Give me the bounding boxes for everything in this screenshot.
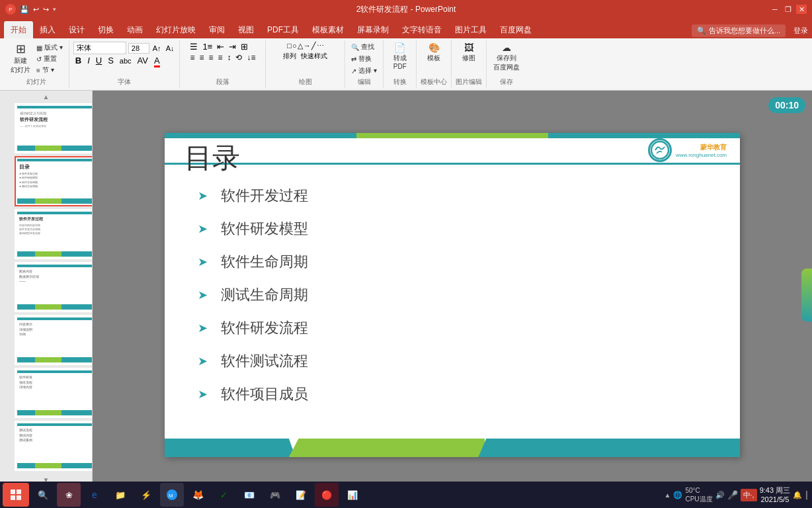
tab-templates[interactable]: 模板素材 bbox=[305, 21, 350, 38]
replace-button[interactable]: ⇄ 替换 bbox=[349, 54, 374, 64]
sound-icon[interactable]: 🔊 bbox=[715, 491, 725, 499]
section-button[interactable]: ≡ 节 ▾ bbox=[34, 65, 65, 75]
layout-button[interactable]: ▦ 版式 ▾ bbox=[34, 42, 65, 53]
tab-slideshow[interactable]: 幻灯片放映 bbox=[149, 21, 202, 38]
minimize-button[interactable]: ─ bbox=[770, 5, 780, 14]
shape-triangle[interactable]: △ bbox=[298, 42, 303, 50]
quick-redo[interactable]: ↪ bbox=[43, 5, 49, 14]
reset-button[interactable]: ↺ 重置 bbox=[34, 54, 65, 64]
text-direction-button[interactable]: ⟲ bbox=[234, 53, 243, 62]
decrease-indent-button[interactable]: ⇤ bbox=[216, 42, 225, 52]
quick-styles-button[interactable]: 快速样式 bbox=[300, 52, 329, 61]
taskbar-app6[interactable]: 🔴 bbox=[315, 483, 339, 507]
taskbar-app3[interactable]: 📧 bbox=[237, 483, 261, 507]
notifications-btn[interactable]: 🔔 bbox=[793, 491, 802, 499]
bullet-list-button[interactable]: ☰ bbox=[188, 42, 199, 52]
tab-screen-record[interactable]: 屏幕录制 bbox=[350, 21, 395, 38]
slide-thumb-1[interactable]: 成功的定义与实现 软件研发流程 ——软件工程基础课程 bbox=[15, 103, 93, 153]
font-size-input[interactable]: 28 bbox=[128, 43, 149, 54]
slide-thumb-6[interactable]: 软件研发项目流程详情内容 bbox=[15, 368, 93, 418]
smartart-button[interactable]: ↓≡ bbox=[245, 53, 257, 62]
font-size-decrease[interactable]: A↓ bbox=[165, 44, 176, 53]
save-baidu-button[interactable]: ☁ 保存到百度网盘 bbox=[491, 42, 522, 73]
customize-quick-access[interactable]: ▾ bbox=[53, 6, 56, 13]
arrange-button[interactable]: 排列 bbox=[282, 52, 298, 61]
slide-thumb-5[interactable]: 内容展示详细说明示例 bbox=[15, 315, 93, 365]
ime-indicator[interactable]: 中·, bbox=[741, 489, 757, 501]
find-button[interactable]: 🔍 查找 bbox=[349, 42, 376, 52]
columns-button[interactable]: ⊞ bbox=[239, 42, 249, 52]
slide-thumb-3[interactable]: 软件开发过程 内容详情内容详情软件开发生命周期瀑布模型开发流程 bbox=[15, 209, 93, 259]
italic-button[interactable]: I bbox=[85, 56, 92, 65]
shape-line[interactable]: ╱ bbox=[311, 42, 316, 50]
slides-panel[interactable]: ▲ 1 成功的定义与实现 软件研发流程 ——软件工程基础课程 bbox=[0, 91, 93, 499]
shape-arrow[interactable]: → bbox=[304, 42, 311, 50]
taskbar-app1[interactable]: M bbox=[160, 483, 184, 507]
slide-content[interactable]: 目录 蒙华教育 www.ronghuanet.com bbox=[165, 133, 740, 457]
show-desktop-btn[interactable]: │ bbox=[805, 491, 809, 499]
close-button[interactable]: ✕ bbox=[796, 5, 807, 14]
shadow-button[interactable]: abc bbox=[118, 57, 134, 65]
tab-baidu-pan[interactable]: 百度网盘 bbox=[493, 21, 538, 38]
tab-insert[interactable]: 插入 bbox=[33, 21, 62, 38]
tab-home[interactable]: 开始 bbox=[4, 21, 33, 38]
font-family-input[interactable]: 宋体 bbox=[73, 42, 126, 54]
align-right-button[interactable]: ≡ bbox=[207, 53, 214, 62]
align-center-button[interactable]: ≡ bbox=[198, 53, 205, 62]
ribbon-group-slides: ⊞ 新建幻灯片 ▦ 版式 ▾ ↺ 重置 ≡ 节 ▾ 幻灯片 bbox=[4, 40, 69, 88]
select-button[interactable]: ↗ 选择 ▾ bbox=[349, 65, 379, 76]
quick-save[interactable]: 💾 bbox=[20, 5, 29, 14]
network-icon[interactable]: 🌐 bbox=[673, 491, 682, 499]
slide-thumb-2[interactable]: 目录 ➤ 软件开发过程 ➤ 软件研发模型 ➤ 软件生命周期 ➤ 测试生命周期 bbox=[15, 156, 93, 206]
justify-button[interactable]: ≡ bbox=[216, 53, 223, 62]
tab-review[interactable]: 审阅 bbox=[202, 21, 231, 38]
slide-thumb-7[interactable]: 测试流程测试内容测试案例 bbox=[15, 421, 93, 471]
convert-pdf-button[interactable]: 📄 转成PDF bbox=[388, 42, 412, 71]
mic-icon[interactable]: 🎤 bbox=[727, 490, 738, 500]
new-slide-button[interactable]: ⊞ 新建幻灯片 bbox=[8, 42, 33, 76]
quick-undo[interactable]: ↩ bbox=[33, 5, 39, 14]
taskbar-powerpoint[interactable]: 📊 bbox=[341, 483, 364, 507]
increase-indent-button[interactable]: ⇥ bbox=[227, 42, 237, 52]
restore-button[interactable]: ❐ bbox=[783, 5, 793, 14]
tab-view[interactable]: 视图 bbox=[231, 21, 261, 38]
hidden-icons-btn[interactable]: ▲ bbox=[665, 491, 671, 499]
taskbar-cortana[interactable]: ❀ bbox=[57, 483, 81, 507]
bold-button[interactable]: B bbox=[73, 56, 83, 65]
char-spacing-button[interactable]: AV bbox=[136, 56, 150, 65]
taskbar-search[interactable]: 🔍 bbox=[31, 483, 55, 507]
font-size-increase[interactable]: A↑ bbox=[151, 44, 163, 53]
taskbar-firefox[interactable]: 🦊 bbox=[186, 483, 210, 507]
underline-button[interactable]: U bbox=[94, 56, 104, 65]
login-button[interactable]: 登录 bbox=[790, 24, 812, 37]
font-color-button[interactable]: A bbox=[152, 56, 162, 65]
taskbar-files[interactable]: 📁 bbox=[108, 483, 132, 507]
taskbar-app4[interactable]: 🎮 bbox=[263, 483, 287, 507]
find-label: 查找 bbox=[361, 42, 374, 52]
tab-pdf[interactable]: PDF工具 bbox=[261, 21, 305, 38]
scroll-up-btn[interactable]: ▲ bbox=[3, 93, 89, 101]
tab-design[interactable]: 设计 bbox=[62, 21, 91, 38]
taskbar-app5[interactable]: 📝 bbox=[289, 483, 313, 507]
window-controls[interactable]: ─ ❐ ✕ bbox=[770, 5, 807, 14]
tab-animations[interactable]: 动画 bbox=[120, 21, 149, 38]
numbered-list-button[interactable]: 1≡ bbox=[201, 42, 214, 52]
tab-transitions[interactable]: 切换 bbox=[91, 21, 120, 38]
tab-image-tools[interactable]: 图片工具 bbox=[448, 21, 493, 38]
taskbar-thunder[interactable]: ⚡ bbox=[134, 483, 158, 507]
align-left-button[interactable]: ≡ bbox=[188, 53, 196, 62]
strikethrough-button[interactable]: S bbox=[106, 56, 116, 65]
slide-thumb-4[interactable]: 图表内容数据展示区域—— bbox=[15, 262, 93, 312]
tab-text-speech[interactable]: 文字转语音 bbox=[395, 21, 448, 38]
taskbar-ie[interactable]: e bbox=[83, 483, 106, 507]
shape-more[interactable]: ⋯ bbox=[317, 42, 324, 50]
shape-oval[interactable]: ○ bbox=[292, 42, 297, 50]
start-button[interactable] bbox=[3, 483, 29, 507]
template-button[interactable]: 🎨 模板 bbox=[422, 42, 446, 64]
line-spacing-button[interactable]: ↕ bbox=[225, 53, 232, 62]
image-edit-button[interactable]: 🖼 修图 bbox=[457, 42, 481, 64]
search-bar[interactable]: 🔍 告诉我您想要做什么... bbox=[692, 24, 786, 37]
taskbar-app2[interactable]: ✓ bbox=[212, 483, 235, 507]
shape-rect[interactable]: □ bbox=[287, 42, 292, 50]
svg-text:M: M bbox=[169, 493, 173, 499]
